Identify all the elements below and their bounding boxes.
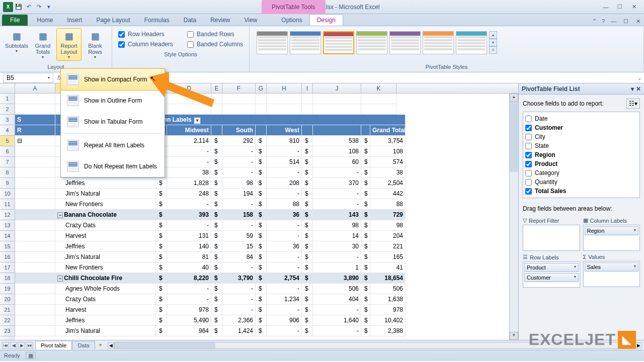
gallery-up-button[interactable]: ▴ (489, 31, 497, 39)
tab-insert[interactable]: Insert (60, 15, 89, 26)
tabular-form-icon (67, 116, 79, 127)
outline-form-icon (67, 95, 79, 106)
sheet-tab-active[interactable]: Pivot table (35, 341, 72, 349)
no-repeat-labels-icon (67, 161, 79, 172)
grand-totals-button[interactable]: ▦Grand Totals▾ (30, 28, 55, 61)
field-total-sales-checkbox[interactable] (525, 188, 532, 195)
field-layout-button[interactable]: ☷▾ (626, 99, 640, 109)
field-list-dropdown-icon[interactable]: ▾ (631, 85, 634, 93)
doc-restore-button[interactable]: ☐ (620, 17, 632, 26)
doc-close-button[interactable]: ✕ (632, 17, 644, 26)
ribbon-group-style-options: Row Headers Column Headers Banded Rows B… (112, 26, 250, 72)
drag-prompt: Drag fields between areas below: (519, 202, 644, 215)
columns-icon: ▦ (583, 217, 588, 224)
macro-icon[interactable]: ▦ (26, 352, 36, 359)
sheet-nav[interactable]: ⏮◀▶⏭ (0, 342, 35, 349)
sheet-tab-bar: ⏮◀▶⏭ Pivot table Data ✦ ◀ ▶ (0, 340, 644, 350)
gallery-down-button[interactable]: ▾ (489, 39, 497, 46)
show-tabular-form-item[interactable]: Show in Tabular Form (61, 111, 165, 132)
field-date-checkbox[interactable] (525, 116, 532, 122)
field-state-checkbox[interactable] (525, 143, 532, 149)
redo-icon[interactable]: ↷ (34, 3, 43, 12)
minimize-button[interactable]: — (600, 3, 612, 12)
field-product-checkbox[interactable] (525, 161, 532, 167)
vertical-scrollbar[interactable]: ▴ ▾ (509, 94, 518, 340)
ribbon-group-layout: ▦Subtotals▾ ▦Grand Totals▾ ▦Report Layou… (0, 26, 112, 72)
ribbon-group-styles: ▴ ▾ ≡ PivotTable Styles (250, 26, 644, 72)
column-labels-area[interactable]: Region▾ (583, 225, 640, 251)
tab-design[interactable]: Design (309, 14, 343, 26)
maximize-button[interactable]: ☐ (614, 3, 626, 12)
banded-columns-checkbox[interactable] (187, 41, 194, 48)
compact-form-icon (67, 74, 79, 85)
field-checkbox-list[interactable]: DateCustomerCityStateRegionProductCatego… (523, 112, 640, 198)
report-filter-area[interactable] (523, 225, 580, 251)
tab-options[interactable]: Options (274, 15, 309, 26)
blank-rows-button[interactable]: ▦Blank Rows▾ (83, 28, 108, 61)
pivot-field-list: PivotTable Field List ▾✕ Choose fields t… (518, 83, 644, 340)
context-tab-label: PivotTable Tools (262, 0, 326, 14)
field-city-checkbox[interactable] (525, 134, 532, 140)
field-customer-checkbox[interactable] (525, 125, 532, 131)
field-region-checkbox[interactable] (525, 152, 532, 158)
window-title: Pivot table layouts.xlsx - Microsoft Exc… (56, 4, 596, 11)
sheet-tab-data[interactable]: Data (72, 341, 95, 349)
repeat-labels-icon (67, 140, 79, 151)
no-repeat-item-labels-item[interactable]: Do Not Repeat Item Labels (61, 156, 165, 177)
repeat-item-labels-item[interactable]: Repeat All Item Labels (61, 135, 165, 156)
horizontal-scrollbar[interactable]: ◀ ▶ (106, 342, 644, 349)
filter-icon: ▽ (523, 217, 527, 224)
field-prompt: Choose fields to add to report: (523, 100, 604, 107)
save-icon[interactable]: 💾 (14, 3, 23, 12)
window-controls: — ☐ ✕ (596, 3, 644, 12)
rows-icon: ☰ (523, 254, 528, 260)
title-bar: X 💾 ↶ ↷ ▾ Pivot table layouts.xlsx - Mic… (0, 0, 644, 14)
show-compact-form-item[interactable]: Show in Compact Form (60, 68, 165, 90)
help-icon[interactable]: ? (599, 17, 608, 26)
tab-file[interactable]: File (2, 15, 28, 26)
report-layout-button[interactable]: ▦Report Layout▾ (56, 28, 82, 61)
field-list-title: PivotTable Field List (522, 85, 580, 93)
doc-minimize-button[interactable]: — (608, 17, 620, 26)
report-layout-dropdown: Show in Compact Form Show in Outline For… (60, 68, 165, 177)
quick-access-toolbar: X 💾 ↶ ↷ ▾ (0, 2, 56, 12)
subtotals-button[interactable]: ▦Subtotals▾ (4, 28, 29, 61)
column-headers-checkbox[interactable] (118, 41, 125, 48)
ribbon-minimize-icon[interactable]: ⌃ (590, 17, 599, 26)
undo-icon[interactable]: ↶ (24, 3, 33, 12)
formula-expand-button[interactable]: ⌄ (635, 74, 644, 81)
tab-view[interactable]: View (237, 15, 265, 26)
style-options-group-label: Style Options (116, 50, 245, 57)
values-icon: Σ (583, 254, 587, 260)
tab-page-layout[interactable]: Page Layout (89, 15, 137, 26)
ribbon-tabs: File Home Insert Page Layout Formulas Da… (0, 14, 644, 26)
tab-formulas[interactable]: Formulas (137, 15, 177, 26)
tab-data[interactable]: Data (177, 15, 203, 26)
name-box[interactable]: B5▾ (3, 73, 53, 83)
tab-home[interactable]: Home (30, 15, 60, 26)
styles-group-label: PivotTable Styles (254, 63, 639, 70)
status-text: Ready (4, 352, 20, 358)
new-sheet-icon[interactable]: ✦ (95, 342, 106, 348)
excel-icon: X (3, 2, 13, 12)
status-bar: Ready ▦ (0, 350, 644, 361)
field-category-checkbox[interactable] (525, 170, 532, 176)
ribbon: ▦Subtotals▾ ▦Grand Totals▾ ▦Report Layou… (0, 26, 644, 72)
values-area[interactable]: Sales▾ (583, 261, 640, 287)
tab-review[interactable]: Review (203, 15, 237, 26)
show-outline-form-item[interactable]: Show in Outline Form (61, 90, 165, 111)
field-quantity-checkbox[interactable] (525, 179, 532, 186)
gallery-more-button[interactable]: ≡ (489, 46, 497, 54)
row-labels-area[interactable]: Product▾Customer▾ (523, 261, 580, 288)
row-headers-checkbox[interactable] (118, 31, 125, 38)
field-list-close-icon[interactable]: ✕ (636, 85, 641, 93)
styles-gallery[interactable]: ▴ ▾ ≡ (254, 28, 639, 57)
banded-rows-checkbox[interactable] (187, 31, 194, 38)
close-button[interactable]: ✕ (628, 3, 640, 12)
qat-dropdown-icon[interactable]: ▾ (44, 3, 53, 12)
